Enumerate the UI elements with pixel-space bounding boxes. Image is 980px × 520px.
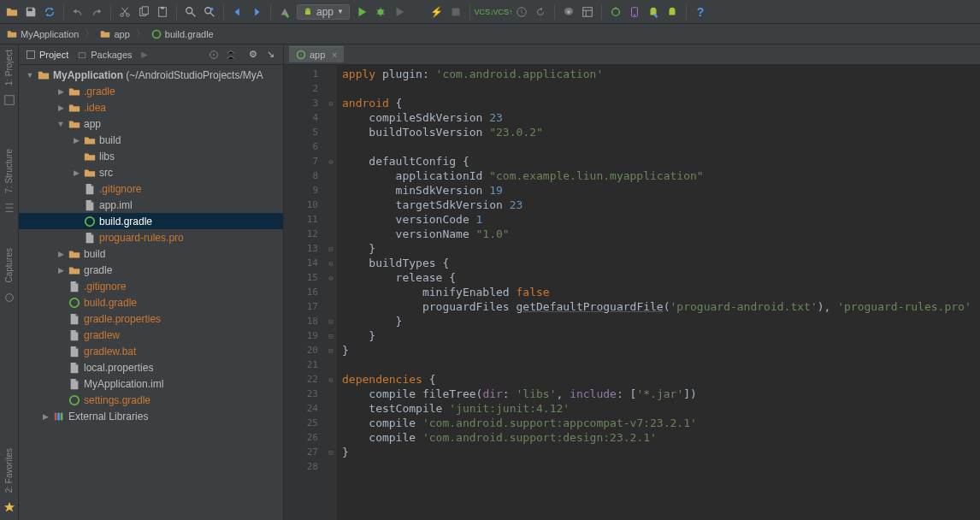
- rail-tab-structure[interactable]: 7: Structure: [4, 149, 14, 193]
- tree-row[interactable]: ▶src: [19, 164, 283, 180]
- line-gutter: 1234567891011121314151617181920212223242…: [284, 65, 325, 520]
- tree-label: .idea: [84, 102, 106, 114]
- tree-row[interactable]: ▶gradle: [19, 262, 283, 278]
- left-tool-rail: 1: Project 7: Structure Captures 2: Favo…: [0, 44, 19, 520]
- tree-row[interactable]: gradlew.bat: [19, 343, 283, 359]
- tree-label: MyApplication.iml: [84, 378, 163, 390]
- help-icon[interactable]: ?: [694, 5, 707, 19]
- tree-row[interactable]: MyApplication.iml: [19, 375, 283, 392]
- code-content[interactable]: apply plugin: 'com.android.application'a…: [337, 65, 980, 520]
- tree-row[interactable]: gradle.properties: [19, 310, 283, 327]
- tree-row[interactable]: ▶.idea: [19, 99, 283, 115]
- replace-icon[interactable]: [203, 5, 216, 19]
- scroll-from-source-icon[interactable]: [208, 48, 220, 62]
- tree-row[interactable]: ▶build: [19, 132, 283, 148]
- undo-icon[interactable]: [71, 5, 85, 19]
- expand-arrow-icon[interactable]: ▶: [72, 168, 80, 177]
- tab-packages[interactable]: Packages: [77, 50, 132, 60]
- expand-arrow-icon[interactable]: ▶: [56, 87, 65, 96]
- tree-root[interactable]: ▼ MyApplication (~/AndroidStudioProjects…: [19, 67, 283, 83]
- breadcrumb-item[interactable]: build.gradle: [151, 29, 214, 39]
- tree-row[interactable]: gradlew: [19, 327, 283, 343]
- svg-point-27: [86, 216, 95, 226]
- find-icon[interactable]: [184, 5, 198, 19]
- attach-debugger-icon[interactable]: [411, 5, 425, 19]
- build-icon[interactable]: [278, 5, 292, 19]
- editor-body[interactable]: 1234567891011121314151617181920212223242…: [284, 65, 980, 520]
- close-icon[interactable]: ×: [332, 50, 337, 60]
- project-structure-icon[interactable]: [581, 5, 594, 19]
- expand-arrow-icon[interactable]: ▶: [56, 250, 65, 258]
- fold-gutter[interactable]: ⊖⊖⊟⊖⊖⊟⊟⊟⊖⊟: [325, 65, 337, 520]
- expand-arrow-icon[interactable]: ▼: [56, 120, 65, 128]
- back-icon[interactable]: [231, 5, 245, 19]
- tree-row[interactable]: ▶.gradle: [19, 83, 283, 99]
- tree-row[interactable]: ▶build: [19, 245, 283, 262]
- paste-icon[interactable]: [156, 5, 169, 19]
- open-icon[interactable]: [5, 5, 19, 19]
- tree-row[interactable]: ▼app: [19, 115, 283, 132]
- redo-icon[interactable]: [90, 5, 103, 19]
- expand-arrow-icon[interactable]: ▶: [41, 412, 50, 421]
- tree-row[interactable]: proguard-rules.pro: [19, 229, 283, 245]
- tree-row[interactable]: local.properties: [19, 359, 283, 375]
- tree-row[interactable]: .gitignore: [19, 180, 283, 197]
- collapse-all-icon[interactable]: [225, 48, 237, 62]
- rail-tab-project[interactable]: 1: Project: [4, 50, 14, 86]
- cut-icon[interactable]: [118, 5, 132, 19]
- tree-row[interactable]: libs: [19, 148, 283, 164]
- tree-label: gradlew.bat: [84, 346, 136, 358]
- tree-row[interactable]: ▶External Libraries: [19, 408, 283, 424]
- tab-project[interactable]: Project: [26, 50, 68, 60]
- svg-point-17: [612, 8, 620, 15]
- vcs-history-icon[interactable]: [515, 5, 528, 19]
- breadcrumb-item[interactable]: MyApplication: [7, 29, 79, 39]
- svg-point-19: [634, 14, 635, 15]
- copy-icon[interactable]: [137, 5, 151, 19]
- run-icon[interactable]: [355, 5, 369, 19]
- editor-tab-app[interactable]: app ×: [289, 46, 344, 62]
- tree-row[interactable]: app.iml: [19, 197, 283, 213]
- folder-icon: [68, 102, 80, 114]
- sync-gradle-icon[interactable]: [609, 5, 623, 19]
- settings-icon[interactable]: [562, 5, 576, 19]
- sync-icon[interactable]: [43, 5, 56, 19]
- gradle-icon: [68, 297, 80, 309]
- save-icon[interactable]: [24, 5, 38, 19]
- tree-row[interactable]: build.gradle: [19, 213, 283, 229]
- tree-label: External Libraries: [68, 411, 148, 422]
- hide-icon[interactable]: ↘: [264, 48, 276, 62]
- avd-manager-icon[interactable]: [628, 5, 641, 19]
- vcs-update-icon[interactable]: VCS↓: [477, 5, 491, 19]
- file-icon: [84, 183, 96, 195]
- breadcrumb-item[interactable]: app: [100, 29, 129, 39]
- chevron-right-icon[interactable]: ▶: [141, 50, 148, 59]
- sdk-manager-icon[interactable]: [646, 5, 660, 19]
- vcs-revert-icon[interactable]: [534, 5, 547, 19]
- main-toolbar: app ▼ ⚡ VCS↓ VCS↑ ?: [0, 0, 980, 24]
- rail-tab-captures[interactable]: Captures: [4, 248, 14, 283]
- forward-icon[interactable]: [250, 5, 263, 19]
- expand-arrow-icon[interactable]: ▶: [56, 103, 65, 112]
- svg-rect-24: [80, 52, 86, 57]
- apply-changes-icon[interactable]: ⚡: [430, 5, 444, 19]
- file-icon: [68, 378, 80, 390]
- expand-arrow-icon[interactable]: ▶: [56, 266, 65, 275]
- debug-icon[interactable]: [374, 5, 387, 19]
- run-config-selector[interactable]: app ▼: [297, 4, 350, 20]
- tree-label: libs: [99, 151, 115, 162]
- gear-icon[interactable]: ⚙: [247, 48, 259, 62]
- tree-row[interactable]: .gitignore: [19, 278, 283, 294]
- tree-row[interactable]: settings.gradle: [19, 392, 283, 408]
- stop-icon[interactable]: [449, 5, 463, 19]
- tree-label: build: [99, 134, 121, 146]
- project-tree[interactable]: ▼ MyApplication (~/AndroidStudioProjects…: [19, 65, 283, 520]
- tree-row[interactable]: build.gradle: [19, 294, 283, 310]
- vcs-commit-icon[interactable]: VCS↑: [496, 5, 510, 19]
- folder-icon: [84, 167, 96, 179]
- rail-tab-favorites[interactable]: 2: Favorites: [4, 448, 14, 493]
- android-monitor-icon[interactable]: [665, 5, 679, 19]
- profile-icon[interactable]: [393, 5, 406, 19]
- svg-point-12: [377, 9, 383, 15]
- expand-arrow-icon[interactable]: ▶: [72, 136, 80, 145]
